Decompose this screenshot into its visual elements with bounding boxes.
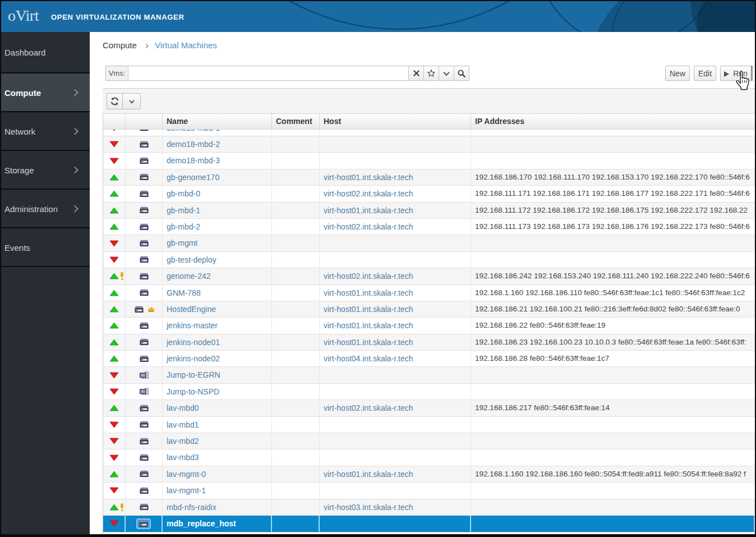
vm-host-link[interactable]: virt-host01.int.skala-r.tech [324,305,413,314]
table-row[interactable]: lav-mbd3 [103,449,755,466]
server-icon [139,157,149,164]
vm-host-cell: virt-host04.int.skala-r.tech [320,351,471,367]
vm-type-cell [126,400,163,416]
sidebar-item-label: Dashboard [4,48,45,57]
vm-host-link[interactable]: virt-host01.int.skala-r.tech [324,173,413,182]
refresh-menu-button[interactable] [122,94,140,109]
vm-name-cell: jenkins-master [163,318,272,334]
vm-name-link[interactable]: gb-mbd-1 [167,206,200,215]
table-row[interactable]: gb-mbd-0virt-host02.int.skala-r.tech192.… [103,186,755,202]
vm-name-link[interactable]: Jump-to-NSPD [167,387,219,396]
vm-name-link[interactable]: gb-test-deploy [167,255,216,264]
server-icon [139,438,149,445]
status-up-icon [109,290,119,296]
sidebar-item-events[interactable]: Events [1,228,90,267]
server-icon-wrap [138,322,150,330]
vm-host-cell: virt-host01.int.skala-r.tech [320,301,471,318]
vm-name-link[interactable]: lav-mgmt-0 [167,470,206,479]
vm-host-link[interactable]: virt-host01.int.skala-r.tech [324,206,413,215]
column-header-comment[interactable]: Comment [272,114,320,129]
table-row[interactable]: lav-mbd1 [103,417,755,433]
table-row[interactable]: demo18-mbd-2 [103,136,755,153]
breadcrumb-section[interactable]: Compute [103,40,137,50]
column-header-type [126,114,163,129]
vm-host-link[interactable]: virt-host02.int.skala-r.tech [324,403,413,412]
vm-host-link[interactable]: virt-host03.int.skala-r.tech [324,503,413,512]
table-row[interactable]: jenkins-node01virt-host01.int.skala-r.te… [103,334,755,351]
vm-name-link[interactable]: gb-mbd-2 [167,222,200,231]
vm-host-link[interactable]: virt-host01.int.skala-r.tech [324,321,413,330]
status-down-icon [109,158,119,164]
vm-host-cell [320,384,471,400]
vm-name-link[interactable]: mbd-nfs-raidix [167,503,216,512]
vm-name-cell: jenkins-node02 [163,351,272,367]
sidebar-item-network[interactable]: Network [1,112,90,151]
sidebar-item-storage[interactable]: Storage [1,151,90,190]
breadcrumb-page[interactable]: Virtual Machines [155,40,217,50]
table-row[interactable]: gb-mbd-2virt-host02.int.skala-r.tech192.… [103,219,755,235]
table-row[interactable]: Jump-to-NSPD [103,384,755,400]
edit-button[interactable]: Edit [694,66,716,81]
table-row[interactable]: jenkins-node02virt-host04.int.skala-r.te… [103,351,755,367]
vm-name-link[interactable]: lav-mbd1 [167,420,199,429]
vm-name-link[interactable]: Jump-to-EGRN [167,370,220,379]
vm-name-link[interactable]: GNM-788 [167,288,201,297]
vm-name-link[interactable]: gb-genome170 [167,173,219,182]
vm-host-link[interactable]: virt-host01.int.skala-r.tech [324,470,413,479]
table-row[interactable]: gb-genome170virt-host01.int.skala-r.tech… [103,169,755,186]
vm-host-link[interactable]: virt-host04.int.skala-r.tech [324,354,413,363]
server-icon [139,322,149,329]
server-icon [139,454,149,461]
vm-ip-cell: 192.168.111.172 192.168.186.172 192.168.… [471,203,755,219]
vm-name-link[interactable]: jenkins-node01 [167,338,220,347]
vm-type-cell [126,285,163,301]
table-row[interactable]: gb-mgmt [103,235,755,251]
column-header-name[interactable]: Name [163,114,272,129]
vm-name-link[interactable]: demo18-mbd-2 [167,140,220,149]
table-row[interactable]: lav-mbd0virt-host02.int.skala-r.tech192.… [103,400,755,416]
table-row[interactable]: gb-test-deploy [103,252,755,268]
vm-name-link[interactable]: demo18-mbd-3 [167,156,220,165]
sidebar-item-compute[interactable]: Compute [1,74,90,112]
table-row[interactable]: gb-mbd-1virt-host01.int.skala-r.tech192.… [103,203,755,219]
vm-name-link[interactable]: lav-mbd3 [167,453,199,462]
table-row[interactable]: mdb_replace_host [103,516,755,532]
vm-name-link[interactable]: gb-mgmt [167,238,197,247]
column-header-host[interactable]: Host [320,114,471,129]
vm-host-link[interactable]: virt-host02.int.skala-r.tech [324,222,413,231]
status-up-icon [109,471,119,478]
table-row[interactable]: mbd-nfs-raidixvirt-host03.int.skala-r.te… [103,499,755,516]
vm-name-link[interactable]: HostedEngine [167,305,216,314]
vm-host-link[interactable]: virt-host01.int.skala-r.tech [324,288,413,297]
table-row[interactable]: lav-mgmt-0virt-host01.int.skala-r.tech19… [103,466,755,483]
table-row[interactable]: Jump-to-EGRN [103,367,755,383]
screen: oVirt OPEN VIRTUALIZATION MANAGER Dashbo… [0,0,756,537]
sidebar-item-dashboard[interactable]: Dashboard [1,32,90,74]
vm-name-link[interactable]: lav-mbd2 [167,437,199,446]
sidebar-item-administration[interactable]: Administration [1,190,90,228]
vm-name-link[interactable]: jenkins-node02 [167,354,220,363]
table-row[interactable]: lav-mbd2 [103,433,755,449]
vm-host-link[interactable]: virt-host02.int.skala-r.tech [324,189,413,198]
ovirt-logo[interactable]: oVirt [8,7,39,25]
vm-host-cell: virt-host01.int.skala-r.tech [320,318,471,334]
table-row[interactable]: demo18-mbd-3 [103,153,755,169]
table-row[interactable]: genome-242virt-host02.int.skala-r.tech19… [103,268,755,284]
table-row[interactable]: lav-mgmt-1 [103,483,755,499]
vm-name-link[interactable]: lav-mbd0 [167,403,199,412]
vm-status-cell [103,351,126,367]
refresh-button[interactable] [107,94,122,109]
vm-host-link[interactable]: virt-host02.int.skala-r.tech [324,272,413,281]
vm-name-link[interactable]: mdb_replace_host [167,519,236,528]
vm-name-link[interactable]: gb-mbd-0 [167,189,200,198]
new-button[interactable]: New [665,66,690,81]
table-row[interactable]: GNM-788virt-host01.int.skala-r.tech192.1… [103,285,755,301]
table-row[interactable]: jenkins-mastervirt-host01.int.skala-r.te… [103,318,755,334]
vm-host-link[interactable]: virt-host01.int.skala-r.tech [324,338,413,347]
vm-name-link[interactable]: genome-242 [167,272,211,281]
column-header-ip[interactable]: IP Addresses [471,114,755,129]
vm-name-link[interactable]: lav-mgmt-1 [167,486,206,495]
table-row[interactable]: HostedEnginevirt-host01.int.skala-r.tech… [103,301,755,318]
vm-name-link[interactable]: jenkins-master [167,321,218,330]
vm-status-cell [103,235,126,251]
